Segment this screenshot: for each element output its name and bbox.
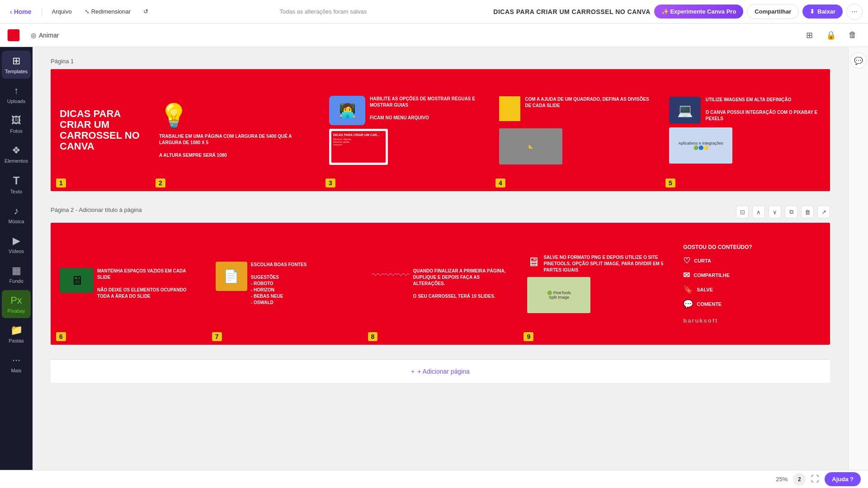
pro-button[interactable]: ✨ Experimente Canva Pro (654, 5, 744, 19)
comment-icon: 💬 (683, 299, 693, 309)
pixabay-icon: Px (10, 295, 22, 306)
home-button[interactable]: ‹ Home (5, 5, 36, 18)
redimensionar-button[interactable]: ⤡ Redimensionar (80, 5, 135, 18)
redimensionar-label: Redimensionar (91, 8, 131, 15)
share-label: Compartilhar (755, 8, 791, 15)
slide-section-10: GOSTOU DO CONTEÚDO? ♡ CURTA ✉ COMPARTILH… (674, 223, 830, 345)
pastas-icon: 📁 (10, 324, 23, 336)
sidebar-label-texto: Texto (10, 189, 22, 194)
gostou-text: GOSTOU DO CONTEÚDO? (683, 244, 752, 250)
board-icon: 🖥 (60, 268, 94, 293)
share-icon: ✉ (683, 270, 690, 280)
trash-button[interactable]: 🗑 (844, 27, 861, 43)
share-button[interactable]: Compartilhar (747, 4, 799, 19)
sidebar-item-fundo[interactable]: ▦ Fundo (2, 260, 31, 288)
comment-panel-button[interactable]: 💬 (850, 52, 867, 69)
canvas-area[interactable]: Página 1 DICAS PARA CRIAR UM CARROSSEL N… (33, 47, 848, 470)
download-label: Baixar (817, 8, 835, 15)
save-status: Todas as alterações foram salvas (156, 8, 490, 15)
formatting-bar: ◎ Animar ⊞ 🔒 🗑 (0, 23, 868, 47)
page-up-button[interactable]: ∧ (752, 206, 765, 218)
slide-8-text: QUANDO FINALIZAR A PRIMEIRA PÁGINA, DUPL… (413, 268, 509, 300)
sidebar-label-uploads: Uploads (7, 99, 25, 104)
arquivo-label: Arquivo (52, 8, 72, 15)
lock-button[interactable]: 🔒 (823, 27, 839, 43)
export-icon: ↗ (821, 209, 826, 216)
zoom-level: 25% (776, 476, 788, 483)
slide-number-5: 5 (665, 178, 675, 188)
delete-icon: 🗑 (805, 209, 811, 216)
sidebar-item-musica[interactable]: ♪ Música (2, 201, 31, 229)
compartilhe-label: COMPARTILHE (693, 272, 730, 278)
sidebar-label-fotos: Fotos (10, 128, 23, 134)
grid-icon-button[interactable]: ⊞ (801, 27, 817, 43)
paper-icon: 📄 (216, 262, 247, 291)
sidebar-item-videos[interactable]: ▶ Vídeos (2, 230, 31, 258)
slide-number-4: 4 (495, 178, 505, 188)
slide-number-9: 9 (524, 332, 533, 341)
chevron-up-icon: ∧ (756, 209, 761, 216)
elementos-icon: ❖ (12, 145, 21, 156)
slide-6-text: MANTENHA ESPAÇOS VAZIOS EM CADA SLIDENÃO… (97, 268, 198, 300)
slide-section-1: DICAS PARA CRIAR UM CARROSSEL NO CANVA 1 (51, 69, 150, 191)
more-options-button[interactable]: ··· (846, 4, 863, 20)
sidebar-item-texto[interactable]: T Texto (2, 170, 31, 199)
fundo-icon: ▦ (12, 265, 21, 277)
slide-section-2: 💡 TRABALHE EM UMA PÁGINA COM LARGURA DE … (150, 69, 320, 191)
slide-section-8: 〰〰〰 QUANDO FINALIZAR A PRIMEIRA PÁGINA, … (363, 223, 519, 345)
slide-section-9: 🖥 SALVE NO FORMATO PNG E DEPOIS UTILIZE … (518, 223, 674, 345)
monitor-icon: 🖥 (527, 254, 540, 269)
slide-7-text: ESCOLHA BOAS FONTESSUGESTÕES- ROBOTO- HO… (251, 262, 307, 306)
slide-section-3: 👩‍💻 HABILITE AS OPÇÕES DE MOSTRAR RÉGUAS… (320, 69, 490, 191)
page-view-button[interactable]: ⊡ (736, 206, 749, 218)
slide-number-2: 2 (156, 178, 165, 188)
page-1-canvas[interactable]: DICAS PARA CRIAR UM CARROSSEL NO CANVA 1… (51, 69, 830, 191)
slide-2-content: 🖥 MANTENHA ESPAÇOS VAZIOS EM CADA SLIDEN… (51, 223, 830, 345)
animate-button[interactable]: ◎ Animar (25, 29, 64, 42)
trash-icon: 🗑 (849, 30, 857, 40)
arquivo-button[interactable]: Arquivo (47, 5, 76, 18)
sidebar-item-fotos[interactable]: 🖼 Fotos (2, 110, 31, 138)
home-label: Home (14, 8, 32, 15)
document-title: DICAS PARA CRIAR UM CARROSSEL NO CANVA (493, 8, 651, 15)
status-bar: 25% 2 ⛶ Ajuda ? (0, 470, 868, 488)
sidebar-item-uploads[interactable]: ↑ Uploads (2, 80, 31, 108)
slide-section-7: 📄 ESCOLHA BOAS FONTESSUGESTÕES- ROBOTO- … (207, 223, 363, 345)
bulb-icon: 💡 (159, 102, 189, 130)
page-copy-button[interactable]: ⧉ (785, 206, 797, 218)
sidebar-item-templates[interactable]: ⊞ Templates (2, 51, 31, 79)
slide-number-3: 3 (326, 178, 335, 188)
page-1-wrapper: Página 1 DICAS PARA CRIAR UM CARROSSEL N… (51, 58, 830, 191)
download-icon: ⬇ (810, 8, 815, 15)
sidebar-label-fundo: Fundo (9, 278, 23, 284)
laptop-icon: 💻 (669, 97, 701, 124)
slide-section-5: 💻 UTILIZE IMAGENS EM ALTA DEFINIÇÃOO CAN… (660, 69, 830, 191)
fullscreen-button[interactable]: ⛶ (811, 474, 819, 484)
page-delete-button[interactable]: 🗑 (801, 206, 814, 218)
slide-9-text: SALVE NO FORMATO PNG E DEPOIS UTILIZE O … (543, 254, 665, 273)
lock-icon: 🔒 (826, 30, 836, 40)
chevron-left-icon: ‹ (10, 8, 12, 15)
sidebar-item-mais[interactable]: ··· Mais (2, 350, 31, 378)
page-indicator: 2 (793, 473, 806, 486)
page-2-canvas[interactable]: 🖥 MANTENHA ESPAÇOS VAZIOS EM CADA SLIDEN… (51, 223, 830, 345)
page-export-button[interactable]: ↗ (817, 206, 830, 218)
slide-4-screenshot: 📐 (499, 128, 562, 164)
download-button[interactable]: ⬇ Baixar (802, 5, 843, 19)
color-picker[interactable] (7, 29, 20, 42)
sidebar-item-pixabay[interactable]: Px Pixabay (2, 290, 31, 318)
page-2-label: Página 2 - Adicionar título à página (51, 206, 142, 213)
page-down-button[interactable]: ∨ (769, 206, 781, 218)
sidebar-item-pastas[interactable]: 📁 Pastas (2, 320, 31, 348)
nav-right-actions: ✨ Experimente Canva Pro Compartilhar ⬇ B… (654, 4, 863, 20)
animate-icon: ◎ (31, 32, 36, 39)
help-button[interactable]: Ajuda ? (825, 472, 861, 486)
videos-icon: ▶ (13, 235, 20, 247)
add-page-label: + Adicionar página (417, 368, 470, 375)
slide-section-4: COM A AJUDA DE UM QUADRADO, DEFINA AS DI… (490, 69, 660, 191)
undo-button[interactable]: ↺ (139, 5, 153, 18)
sidebar-item-elementos[interactable]: ❖ Elementos (2, 140, 31, 168)
sidebar-label-pixabay: Pixabay (7, 308, 25, 314)
add-page-bar[interactable]: + + Adicionar página (51, 359, 830, 383)
slide-1-content: DICAS PARA CRIAR UM CARROSSEL NO CANVA 1… (51, 69, 830, 191)
